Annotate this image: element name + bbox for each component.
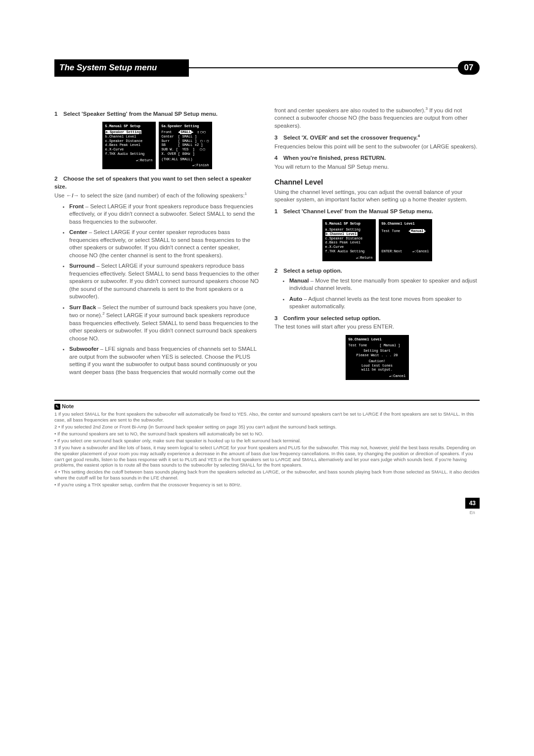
note-section: ✎Note 1 If you select SMALL for the fron… bbox=[54, 400, 480, 488]
list-item-manual: Manual – Move the test tone manually fro… bbox=[289, 277, 480, 292]
chapter-number-badge: 07 bbox=[458, 61, 480, 75]
chapter-title: The System Setup menu bbox=[54, 59, 189, 77]
list-item-auto: Auto – Adjust channel levels as the test… bbox=[289, 295, 480, 311]
cl-step-3-text: Confirm your selected setup option. bbox=[283, 315, 381, 321]
osd-speaker-setting-detail: 5a.Speaker Setting Front ◀SMALL▶ ▯ ▢◦▢ C… bbox=[159, 122, 212, 169]
note-label: Note bbox=[62, 403, 74, 409]
osd-manual-sp-setup-2: 5.Manual SP Setup a.Speaker Setting b.Ch… bbox=[322, 219, 376, 261]
channel-level-option-list: Manual – Move the test tone manually fro… bbox=[274, 277, 480, 311]
footnote-4-ref: 4 bbox=[418, 134, 420, 138]
speaker-option-list: Front – Select LARGE if your front speak… bbox=[54, 203, 260, 377]
list-item-front: Front – Select LARGE if your front speak… bbox=[69, 203, 260, 226]
osd-item-bass-peak: d.Bass Peak Level bbox=[325, 240, 373, 245]
step-3-text: Select 'X. OVER' and set the crossover f… bbox=[283, 135, 418, 141]
osd-finish: ↵:Finish bbox=[162, 163, 209, 168]
left-column: 1Select 'Speaker Setting' from the Manua… bbox=[54, 106, 260, 386]
step-2-text: Choose the set of speakers that you want… bbox=[54, 176, 251, 189]
cl-step-3-heading: 3Confirm your selected setup option. bbox=[274, 315, 480, 323]
note-2c: • If you select one surround back speake… bbox=[54, 438, 480, 444]
osd-cancel: ↵:Cancel bbox=[349, 374, 406, 378]
note-1: 1 If you select SMALL for the front spea… bbox=[54, 411, 480, 423]
step-4-text: When you're finished, press RETURN. bbox=[283, 155, 386, 161]
cl-step-2-text: Select a setup option. bbox=[283, 268, 342, 274]
cl-step-1-text: Select 'Channel Level' from the Manual S… bbox=[283, 208, 433, 214]
page-language: En bbox=[465, 510, 480, 516]
step-1-text: Select 'Speaker Setting' from the Manual… bbox=[63, 111, 218, 117]
osd-title: 5b.Channel Level bbox=[382, 222, 429, 226]
note-4b: • If you're using a THX speaker setup, c… bbox=[54, 482, 480, 488]
list-item-center: Center – Select LARGE if your center spe… bbox=[69, 229, 260, 259]
osd-title: 5.Manual SP Setup bbox=[105, 124, 153, 129]
osd-item-thx: f.THX Audio Setting bbox=[105, 152, 153, 156]
note-4a: 4 • This setting decides the cutoff betw… bbox=[54, 469, 480, 481]
osd-title: 5b.Channel Level bbox=[349, 337, 406, 342]
page-number-value: 43 bbox=[465, 498, 480, 509]
osd-item-channel-level: b.Channel Level bbox=[325, 232, 357, 236]
osd-manual-sp-setup: 5.Manual SP Setup a.Speaker Setting b.Ch… bbox=[102, 122, 156, 169]
section-channel-level: Channel Level bbox=[274, 178, 480, 188]
osd-title: 5a.Speaker Setting bbox=[162, 124, 209, 129]
page-number: 43 En bbox=[465, 498, 480, 516]
subwoofer-continued: front and center speakers are also route… bbox=[274, 106, 480, 130]
osd-item-xcurve: e.X-Curve bbox=[325, 245, 373, 249]
step-3-heading: 3Select 'X. OVER' and set the crossover … bbox=[274, 134, 480, 142]
osd-speaker-setting-screens: 5.Manual SP Setup a.Speaker Setting b.Ch… bbox=[54, 122, 260, 169]
osd-cancel: ENTER:Next↵:Cancel bbox=[382, 249, 429, 254]
osd-channel-level-screens: 5.Manual SP Setup a.Speaker Setting b.Ch… bbox=[274, 219, 480, 261]
osd-title: 5.Manual SP Setup bbox=[325, 222, 373, 226]
osd-item-speaker-distance: c.Speaker Distance bbox=[105, 139, 153, 143]
step-3-body: Frequencies below this point will be sen… bbox=[274, 143, 480, 151]
cl-step-3-body: The test tones will start after you pres… bbox=[274, 323, 480, 331]
step-1-heading: 1Select 'Speaker Setting' from the Manua… bbox=[54, 110, 260, 118]
note-2b: • If the surround speakers are set to NO… bbox=[54, 431, 480, 437]
osd-thx: (THX:ALL SMALL) bbox=[162, 157, 209, 162]
channel-level-intro: Using the channel level settings, you ca… bbox=[274, 189, 480, 204]
step-4-heading: 4When you're finished, press RETURN. bbox=[274, 154, 480, 162]
right-column: front and center speakers are also route… bbox=[274, 106, 480, 386]
osd-channel-level-caution: 5b.Channel Level Test Tone [ Manual ] Se… bbox=[274, 335, 480, 380]
osd-item-xcurve: e.X-Curve bbox=[105, 147, 153, 152]
osd-item-speaker-distance: c.Speaker Distance bbox=[325, 236, 373, 241]
left-right-arrow-icon: ←/→ bbox=[66, 192, 79, 198]
step-2-heading: 2Choose the set of speakers that you wan… bbox=[54, 175, 260, 190]
note-icon: ✎ bbox=[54, 404, 60, 410]
cl-step-1-heading: 1Select 'Channel Level' from the Manual … bbox=[274, 208, 480, 216]
osd-channel-level-detail: 5b.Channel Level Test Tone ◀Manual▶ ENTE… bbox=[379, 219, 432, 261]
cl-step-2-heading: 2Select a setup option. bbox=[274, 267, 480, 275]
note-2a: 2 • If you selected 2nd Zone or Front Bi… bbox=[54, 424, 480, 430]
list-item-surround: Surround – Select LARGE if your surround… bbox=[69, 262, 260, 301]
list-item-surr-back: Surr Back – Select the number of surroun… bbox=[69, 304, 260, 342]
note-3: 3 If you have a subwoofer and like lots … bbox=[54, 445, 480, 469]
step-4-body: You will return to the Manual SP Setup m… bbox=[274, 163, 480, 171]
header-rule bbox=[189, 67, 458, 68]
step-2-body: Use ←/→ to select the size (and number) … bbox=[54, 191, 260, 199]
list-item-subwoofer: Subwoofer – LFE signals and bass frequen… bbox=[69, 345, 260, 376]
osd-xover: X. OVER [ 80Hz ] bbox=[162, 152, 209, 156]
osd-item-bass-peak: d.Bass Peak Level bbox=[105, 143, 153, 147]
osd-return: ↵:Return bbox=[105, 158, 153, 163]
chapter-header: The System Setup menu 07 bbox=[54, 59, 480, 77]
osd-item-speaker-setting: a.Speaker Setting bbox=[105, 130, 141, 134]
osd-item-channel-level: b.Channel Level bbox=[105, 135, 153, 139]
osd-item-thx: f.THX Audio Setting bbox=[325, 249, 373, 254]
osd-return: ↵:Return bbox=[325, 256, 373, 260]
footnote-1-ref: 1 bbox=[245, 191, 247, 196]
osd-item-speaker-setting: a.Speaker Setting bbox=[325, 228, 373, 232]
osd-channel-level-start: 5b.Channel Level Test Tone [ Manual ] Se… bbox=[346, 335, 409, 380]
